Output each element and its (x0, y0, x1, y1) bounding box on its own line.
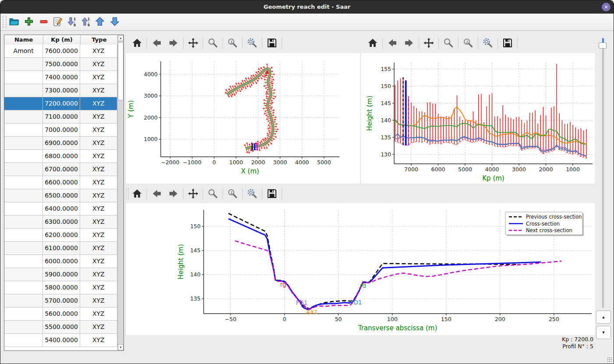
table-row[interactable]: 7100.0000XYZ (4, 110, 117, 124)
zoom-region-button[interactable] (245, 36, 259, 50)
profile-slider-handle[interactable] (599, 42, 607, 49)
table-cell[interactable]: 5600.0000 (43, 307, 80, 320)
table-row[interactable]: 5700.0000XYZ (4, 294, 117, 307)
table-cell[interactable]: 5400.0000 (43, 334, 80, 346)
table-cell[interactable] (4, 58, 43, 71)
cross-section-figure[interactable]: −50050100150200250135140145150Transverse… (126, 203, 595, 335)
column-header[interactable]: Type (81, 35, 118, 45)
forward-button[interactable] (166, 36, 180, 50)
table-cell[interactable] (4, 137, 43, 149)
table-cell[interactable]: XYZ (80, 216, 117, 228)
table-row[interactable]: 6700.0000XYZ (4, 163, 117, 176)
table-row[interactable]: 6200.0000XYZ (4, 229, 117, 242)
table-cell[interactable]: XYZ (80, 268, 117, 281)
table-cell[interactable]: XYZ (80, 163, 117, 176)
table-cell[interactable] (4, 268, 43, 281)
profile-down-button[interactable]: ▼ (596, 326, 611, 339)
table-cell[interactable]: XYZ (80, 229, 117, 241)
table-cell[interactable]: 5500.0000 (43, 321, 80, 333)
table-cell[interactable]: XYZ (80, 307, 117, 320)
pan-button[interactable] (422, 36, 436, 50)
table-row[interactable]: 7300.0000XYZ (4, 84, 117, 97)
table-cell[interactable] (4, 294, 43, 307)
table-row[interactable]: 5600.0000XYZ (4, 307, 117, 321)
remove-profile-button[interactable] (37, 15, 50, 28)
column-header[interactable]: Name (4, 35, 43, 45)
table-row[interactable]: 5800.0000XYZ (4, 281, 117, 294)
table-cell[interactable]: 7000.0000 (43, 124, 80, 136)
table-cell[interactable] (4, 242, 43, 254)
table-cell[interactable]: XYZ (80, 176, 117, 189)
table-cell[interactable]: 6300.0000 (43, 216, 80, 228)
profile-up-button[interactable]: ▲ (596, 311, 611, 324)
table-cell[interactable]: 6000.0000 (43, 255, 80, 268)
table-cell[interactable] (4, 97, 43, 110)
back-button[interactable] (150, 36, 164, 50)
table-cell[interactable]: 7200.0000 (43, 97, 80, 110)
back-button[interactable] (150, 187, 164, 201)
long-profile-figure[interactable]: 7000600050004000300020001000130135140145… (361, 53, 595, 184)
toolbar-grip[interactable] (126, 188, 129, 200)
table-cell[interactable]: 6400.0000 (43, 202, 80, 215)
zoom-one-button[interactable]: 1 (226, 36, 240, 50)
table-cell[interactable]: XYZ (80, 334, 117, 346)
table-cell[interactable]: XYZ (80, 71, 117, 84)
table-cell[interactable] (4, 334, 43, 346)
move-up-button[interactable] (93, 15, 106, 28)
table-cell[interactable]: XYZ (80, 281, 117, 294)
table-cell[interactable]: 5700.0000 (43, 294, 80, 307)
table-scrollbar[interactable]: ▲ ▼ (117, 35, 124, 350)
open-folder-button[interactable] (7, 15, 21, 28)
table-cell[interactable]: 7600.0000 (43, 45, 80, 57)
table-cell[interactable] (4, 71, 43, 84)
back-button[interactable] (385, 36, 399, 50)
table-row[interactable]: 7000.0000XYZ (4, 124, 117, 137)
table-cell[interactable] (4, 163, 43, 176)
zoom-one-button[interactable]: 1 (226, 187, 240, 201)
table-cell[interactable]: 7400.0000 (43, 71, 80, 84)
table-cell[interactable]: XYZ (80, 58, 117, 71)
table-row[interactable]: 6600.0000XYZ (4, 176, 117, 189)
home-button[interactable] (366, 36, 380, 50)
table-cell[interactable] (4, 307, 43, 320)
plan-view-figure[interactable]: −2000−1000010002000300040005000100020003… (126, 53, 360, 184)
table-cell[interactable]: 7500.0000 (43, 58, 80, 71)
pan-button[interactable] (186, 36, 200, 50)
save-button[interactable] (265, 187, 279, 201)
zoom-button[interactable] (206, 36, 220, 50)
table-cell[interactable]: XYZ (80, 321, 117, 333)
table-cell[interactable]: XYZ (80, 242, 117, 254)
zoom-region-button[interactable] (481, 36, 495, 50)
table-cell[interactable]: 7300.0000 (43, 84, 80, 97)
profile-slider-track[interactable] (602, 38, 604, 308)
toolbar-grip[interactable] (3, 16, 7, 28)
table-cell[interactable]: 5800.0000 (43, 281, 80, 294)
edit-profile-button[interactable] (51, 15, 64, 28)
table-cell[interactable] (4, 124, 43, 136)
table-cell[interactable]: XYZ (80, 124, 117, 136)
table-cell[interactable] (4, 150, 43, 163)
table-row[interactable]: 6100.0000XYZ (4, 242, 117, 255)
table-cell[interactable]: 6100.0000 (43, 242, 80, 254)
table-row[interactable]: 6400.0000XYZ (4, 202, 117, 216)
table-cell[interactable] (4, 189, 43, 202)
forward-button[interactable] (166, 187, 180, 201)
table-cell[interactable] (4, 176, 43, 189)
table-cell[interactable]: XYZ (80, 110, 117, 123)
table-cell[interactable]: 6200.0000 (43, 229, 80, 241)
table-row[interactable]: 5400.0000XYZ (4, 334, 117, 347)
zoom-button[interactable] (441, 36, 455, 50)
sort-ascending-button[interactable]: 19 (79, 15, 92, 28)
table-cell[interactable]: XYZ (80, 255, 117, 268)
table-cell[interactable] (4, 84, 43, 97)
table-cell[interactable]: 6900.0000 (43, 137, 80, 149)
add-profile-button[interactable] (22, 15, 35, 28)
scroll-up-button[interactable]: ▲ (118, 35, 124, 41)
table-cell[interactable]: XYZ (80, 294, 117, 307)
table-cell[interactable]: 6700.0000 (43, 163, 80, 176)
table-cell[interactable] (4, 110, 43, 123)
table-cell[interactable]: 6500.0000 (43, 189, 80, 202)
table-cell[interactable]: XYZ (80, 202, 117, 215)
table-row[interactable]: 7200.0000XYZ (4, 97, 117, 110)
table-cell[interactable]: 6600.0000 (43, 176, 80, 189)
